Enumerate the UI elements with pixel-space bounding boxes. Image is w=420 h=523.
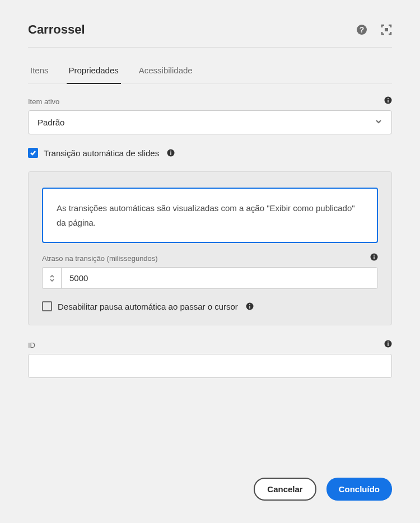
fullscreen-icon[interactable] bbox=[381, 24, 392, 35]
svg-rect-7 bbox=[170, 152, 171, 155]
select-item-ativo[interactable]: Padrão bbox=[28, 110, 392, 134]
svg-rect-16 bbox=[388, 343, 389, 346]
info-icon[interactable] bbox=[167, 149, 175, 157]
dialog-header: Carrossel ? bbox=[28, 22, 392, 48]
header-actions: ? bbox=[356, 24, 392, 35]
select-value: Padrão bbox=[38, 118, 64, 127]
label-disable-pause: Desabilitar pausa automática ao passar o… bbox=[58, 302, 238, 311]
field-delay: Atraso na transição (milissegundos) bbox=[42, 254, 378, 289]
info-icon[interactable] bbox=[384, 96, 392, 104]
delay-input[interactable] bbox=[61, 267, 378, 289]
svg-rect-4 bbox=[388, 100, 389, 102]
svg-point-14 bbox=[249, 304, 250, 305]
checkbox-auto-transition[interactable] bbox=[28, 148, 38, 158]
svg-rect-10 bbox=[374, 256, 375, 259]
svg-point-17 bbox=[388, 342, 389, 343]
help-icon[interactable]: ? bbox=[356, 24, 367, 35]
dialog-title: Carrossel bbox=[28, 22, 85, 37]
label-id: ID bbox=[28, 341, 392, 349]
info-callout: As transições automáticas são visualizad… bbox=[42, 188, 378, 243]
tab-acessibilidade[interactable]: Acessibilidade bbox=[137, 58, 195, 84]
info-icon[interactable] bbox=[370, 253, 378, 261]
label-item-ativo: Item ativo bbox=[28, 97, 392, 106]
delay-input-wrap bbox=[42, 267, 378, 289]
svg-point-11 bbox=[374, 255, 375, 256]
tab-itens[interactable]: Itens bbox=[28, 58, 51, 84]
checkbox-disable-pause[interactable] bbox=[42, 301, 52, 311]
tab-propriedades[interactable]: Propriedades bbox=[67, 58, 121, 84]
tabs: Itens Propriedades Acessibilidade bbox=[28, 58, 392, 84]
svg-text:?: ? bbox=[360, 25, 365, 34]
done-button[interactable]: Concluído bbox=[326, 478, 392, 501]
field-item-ativo: Item ativo Padrão bbox=[28, 97, 392, 134]
svg-rect-2 bbox=[385, 28, 388, 31]
svg-rect-13 bbox=[249, 306, 250, 309]
chevron-down-icon bbox=[375, 118, 382, 127]
delay-stepper[interactable] bbox=[42, 267, 61, 289]
dialog-footer: Cancelar Concluído bbox=[254, 478, 392, 501]
info-icon[interactable] bbox=[246, 302, 254, 310]
cancel-button[interactable]: Cancelar bbox=[254, 478, 316, 501]
label-auto-transition: Transição automática de slides bbox=[44, 148, 159, 158]
label-delay: Atraso na transição (milissegundos) bbox=[42, 254, 378, 263]
svg-point-5 bbox=[388, 98, 389, 99]
id-input[interactable] bbox=[28, 354, 392, 378]
checkbox-auto-transition-row: Transição automática de slides bbox=[28, 148, 392, 158]
info-icon[interactable] bbox=[384, 340, 392, 348]
svg-point-8 bbox=[170, 151, 171, 152]
field-id: ID bbox=[28, 341, 392, 378]
checkbox-disable-pause-row: Desabilitar pausa automática ao passar o… bbox=[42, 301, 378, 311]
auto-transition-panel: As transições automáticas são visualizad… bbox=[28, 171, 392, 325]
